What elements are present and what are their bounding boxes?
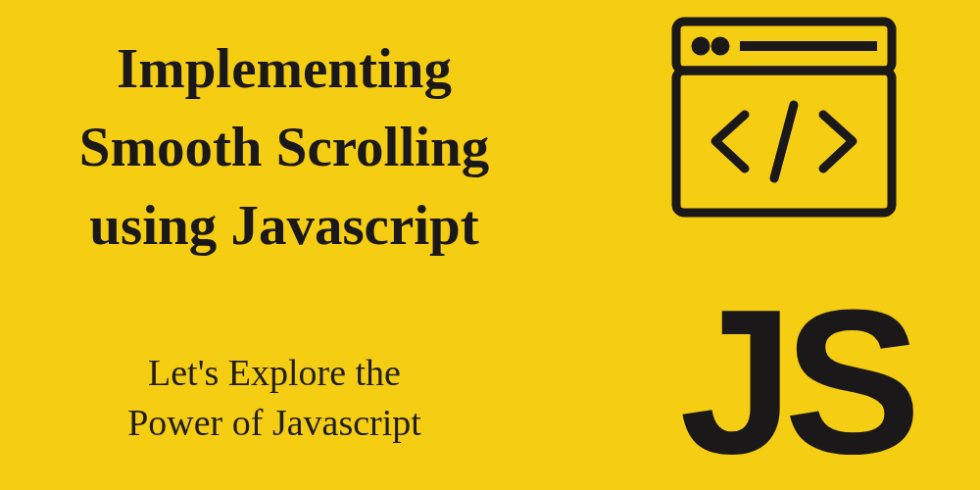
svg-point-1	[696, 41, 706, 51]
code-window-icon	[666, 12, 902, 227]
main-title: Implementing Smooth Scrolling using Java…	[20, 29, 549, 264]
title-line-2: Smooth Scrolling	[79, 116, 490, 177]
title-line-3: using Javascript	[89, 194, 478, 256]
subtitle-line-2: Power of Javascript	[127, 402, 421, 443]
js-logo: JS	[679, 279, 911, 485]
svg-point-2	[715, 41, 725, 51]
subtitle-line-1: Let's Explore the	[148, 352, 401, 393]
svg-line-5	[774, 105, 794, 178]
subtitle: Let's Explore the Power of Javascript	[59, 348, 490, 449]
title-line-1: Implementing	[117, 37, 452, 99]
svg-rect-3	[740, 41, 877, 51]
